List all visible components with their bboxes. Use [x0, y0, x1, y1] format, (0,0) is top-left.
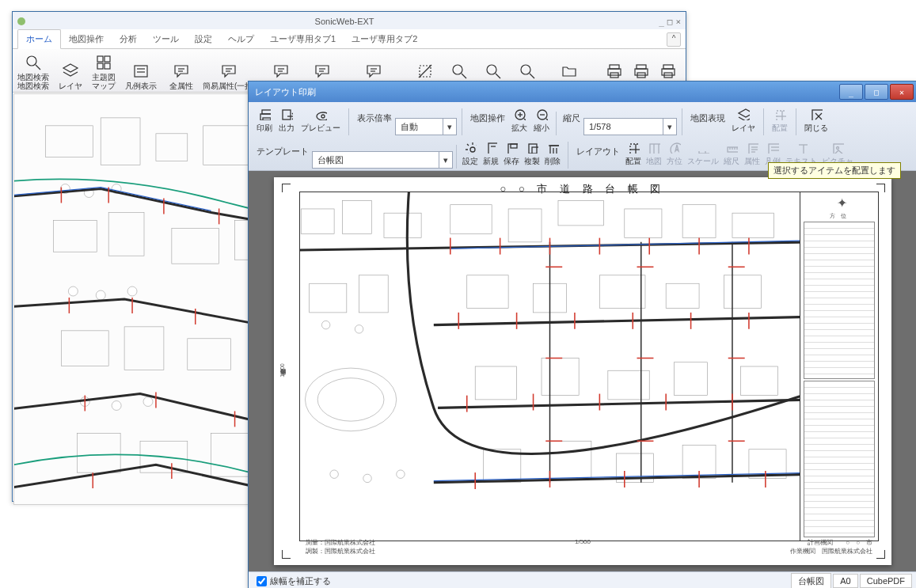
tab-6[interactable]: ユーザ専用タブ1 — [262, 30, 344, 48]
svg-point-130 — [305, 368, 396, 431]
print-maximize-button[interactable]: □ — [865, 84, 888, 100]
tool-zoomout-button[interactable]: 縮小 — [530, 105, 553, 135]
layers-icon — [737, 107, 750, 121]
ribbon-layers-レイヤ[interactable]: レイヤ — [54, 49, 87, 92]
sheet-footer-right-a: 計画機関 ○ ○ 市 — [808, 539, 872, 546]
tabs-help-button[interactable]: ^ — [667, 32, 681, 47]
scale-icon — [697, 140, 709, 154]
tool-save-button[interactable]: 保存 — [501, 138, 522, 169]
bubble-icon — [173, 63, 190, 80]
place-icon — [627, 140, 640, 154]
tool-delete-button[interactable]: 削除 — [542, 138, 563, 169]
sheet-legend-table-2 — [804, 381, 875, 538]
linewidth-correct-label[interactable]: 線幅を補正する — [270, 575, 331, 587]
svg-point-135 — [363, 474, 371, 482]
map-icon — [648, 140, 660, 154]
scale-label: 縮尺 — [560, 112, 583, 129]
text-icon — [795, 140, 808, 154]
ribbon-legend-凡例表示[interactable]: 凡例表示 — [120, 49, 162, 92]
svg-rect-104 — [301, 209, 334, 233]
scale-dropdown[interactable]: 1/578▾ — [583, 118, 677, 135]
svg-rect-67 — [45, 126, 93, 157]
ribbon-grid-主題図[interactable]: 主題図マップ — [87, 49, 120, 92]
tool-page-button[interactable]: 新規 — [481, 138, 501, 169]
tab-2[interactable]: 分析 — [112, 30, 145, 48]
svg-point-134 — [330, 470, 338, 478]
print-title: レイアウト印刷 — [255, 86, 838, 98]
deselect-icon — [416, 63, 434, 80]
svg-rect-79 — [77, 433, 120, 472]
print-preview-area[interactable]: ○ ○ 市 道 路 台 帳 図 道路台帳図 1:500 — [249, 171, 916, 571]
svg-point-89 — [112, 401, 121, 411]
place-icon — [773, 107, 786, 121]
chevron-down-icon: ▾ — [439, 152, 452, 168]
status-printer[interactable]: CubePDF — [860, 574, 912, 588]
app-title: SonicWeb-EXT — [30, 17, 659, 26]
status-template[interactable]: 台帳図 — [791, 573, 831, 589]
svg-rect-114 — [359, 275, 389, 313]
tool-ruler-button: 縮尺 — [721, 138, 742, 169]
svg-point-133 — [355, 325, 363, 333]
svg-rect-71 — [53, 220, 97, 252]
printer-icon — [633, 63, 650, 80]
print-minimize-button[interactable]: _ — [839, 84, 863, 100]
tool-copy-button[interactable]: 複製 — [522, 138, 542, 169]
print-close-button[interactable]: ✕ — [890, 84, 914, 100]
tab-0[interactable]: ホーム — [17, 29, 61, 49]
chevron-down-icon: ▾ — [443, 119, 456, 135]
svg-rect-68 — [101, 118, 140, 165]
printer-icon — [659, 63, 677, 80]
print-sheet: ○ ○ 市 道 路 台 帳 図 道路台帳図 1:500 — [274, 177, 891, 565]
sheet-left-label: 道路台帳図 1:500 — [279, 363, 287, 378]
tool-scale-button: スケール — [685, 138, 721, 169]
compass-icon: ✦ — [804, 195, 875, 211]
close-icon — [810, 107, 823, 121]
tool-zoomin-button[interactable]: 拡大 — [508, 105, 530, 135]
svg-rect-126 — [550, 441, 591, 478]
zoom-dropdown[interactable]: 自動▾ — [395, 118, 457, 135]
tab-3[interactable]: ツール — [145, 30, 187, 48]
main-titlebar[interactable]: SonicWeb-EXT _ □ × — [13, 12, 686, 29]
svg-point-132 — [321, 321, 329, 328]
svg-rect-113 — [310, 283, 347, 313]
search-icon — [450, 63, 468, 80]
close-button[interactable]: × — [675, 17, 681, 27]
maximize-button[interactable]: □ — [667, 17, 673, 27]
status-paper-size[interactable]: A0 — [833, 574, 857, 588]
tool-layers-button[interactable]: レイヤ — [728, 105, 758, 135]
tool-eye-button[interactable]: プレビュー — [298, 105, 344, 135]
sheet-side-panel: ✦ 方 位 — [800, 192, 878, 541]
compass-icon — [668, 140, 681, 154]
svg-rect-76 — [124, 327, 164, 370]
save-icon — [505, 140, 518, 154]
minimize-button[interactable]: _ — [659, 17, 664, 27]
bubble-icon — [220, 63, 238, 80]
sheet-footer: 測量：国際航業株式会社 調製：国際航業株式会社 1/500 計画機関 ○ ○ 市… — [306, 538, 872, 556]
ribbon-search-地図検索[interactable]: 地図検索地図検索 — [13, 49, 54, 92]
svg-rect-121 — [542, 358, 579, 396]
tab-7[interactable]: ユーザ専用タブ2 — [344, 30, 425, 48]
tool-printer-button[interactable]: 印刷 — [253, 105, 276, 135]
tab-1[interactable]: 地図操作 — [61, 30, 112, 48]
svg-rect-122 — [608, 370, 649, 400]
tool-gear-button[interactable]: 設定 — [460, 138, 481, 169]
tool-place-button[interactable]: 配置 — [623, 138, 644, 169]
tool-out-button[interactable]: 出力 — [276, 105, 298, 135]
page-icon — [485, 140, 497, 154]
svg-rect-111 — [682, 205, 716, 238]
print-titlebar[interactable]: レイアウト印刷 _ □ ✕ — [249, 82, 916, 102]
tab-4[interactable]: 設定 — [187, 30, 220, 48]
map-expr-label: 地図表現 — [687, 112, 728, 129]
svg-rect-75 — [61, 331, 108, 366]
tool-close-button[interactable]: 閉じる — [801, 105, 831, 135]
linewidth-correct-checkbox[interactable] — [257, 576, 267, 586]
svg-rect-105 — [343, 200, 372, 233]
print-toolbar: 印刷出力プレビュー表示倍率自動▾地図操作拡大縮小縮尺1/578▾地図表現レイヤ配… — [249, 102, 916, 171]
bubble-icon — [314, 63, 331, 80]
tab-5[interactable]: ヘルプ — [220, 30, 262, 48]
svg-rect-117 — [599, 275, 645, 309]
ribbon-bubble-全属性[interactable]: 全属性 — [165, 49, 198, 92]
svg-rect-120 — [475, 366, 516, 400]
svg-point-131 — [317, 378, 384, 421]
template-dropdown[interactable]: 台帳図▾ — [312, 151, 453, 169]
